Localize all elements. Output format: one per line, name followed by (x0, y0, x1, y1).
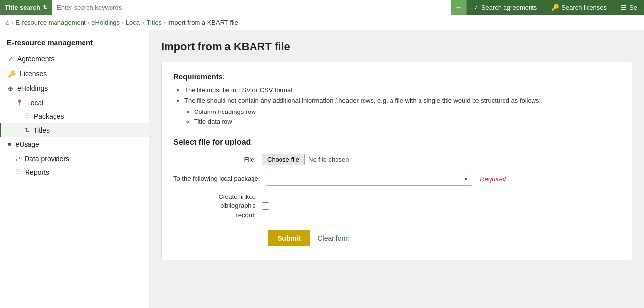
eusage-icon: ≡ (8, 141, 12, 148)
top-nav: Title search ⇅ → ✓ Search agreements 🔑 S… (0, 0, 644, 15)
local-icon: 📍 (16, 99, 23, 106)
form-actions: Submit Clear form (173, 230, 620, 246)
requirements-list: The file must be in TSV or CSV format Th… (173, 85, 620, 127)
breadcrumb-eholdings[interactable]: eHoldings (91, 19, 120, 26)
se-button[interactable]: ☰ Se (614, 0, 644, 15)
page-title: Import from a KBART file (161, 40, 632, 53)
sidebar-item-titles[interactable]: ⇅ Titles (0, 123, 149, 137)
packages-icon: ☰ (25, 113, 30, 120)
breadcrumb-chevron-3: › (122, 20, 124, 26)
data-providers-icon: ⇄ (16, 155, 21, 162)
sidebar-item-licenses[interactable]: 🔑 Licenses (0, 66, 149, 81)
file-control: Choose file No file chosen (262, 154, 349, 165)
requirement-2: The file should not contain any addition… (184, 96, 620, 127)
linked-record-checkbox[interactable] (262, 202, 269, 210)
se-label: Se (629, 4, 637, 11)
linked-record-form-row: Create linked bibliographic record: (173, 193, 620, 220)
choose-file-button[interactable]: Choose file (262, 154, 305, 165)
licenses-key-icon: 🔑 (551, 4, 559, 11)
breadcrumb-chevron-5: › (164, 20, 166, 26)
breadcrumb-current: Import from a KBART file (168, 19, 238, 26)
sidebar-local-label: Local (27, 99, 43, 107)
package-select[interactable] (266, 172, 472, 186)
agreements-check-icon: ✓ (474, 4, 479, 11)
breadcrumb-chevron-2: › (88, 20, 90, 26)
home-icon[interactable]: ⌂ (6, 19, 10, 26)
submit-button[interactable]: Submit (268, 230, 310, 246)
package-form-row: To the following local package: Required (173, 172, 620, 186)
form-card: Requirements: The file must be in TSV or… (161, 62, 632, 260)
sidebar-agreements-label: Agreements (17, 55, 54, 63)
se-icon: ☰ (621, 4, 627, 11)
linked-record-control (262, 202, 269, 210)
search-go-button[interactable]: → (451, 0, 466, 15)
requirement-1: The file must be in TSV or CSV format (184, 85, 620, 96)
file-form-row: File: Choose file No file chosen (173, 154, 620, 165)
search-agreements-button[interactable]: ✓ Search agreements (466, 0, 544, 15)
breadcrumb-chevron-1: › (12, 20, 14, 26)
package-control: Required (266, 172, 506, 186)
requirements-title: Requirements: (173, 72, 620, 81)
subrequirement-1: Column headings row (194, 107, 620, 117)
linked-record-label: Create linked bibliographic record: (173, 193, 262, 220)
select-file-title: Select file for upload: (173, 138, 620, 147)
required-text: Required (480, 175, 506, 183)
sidebar: E-resource management ✓ Agreements 🔑 Lic… (0, 30, 149, 308)
search-licenses-button[interactable]: 🔑 Search licenses (544, 0, 614, 15)
subrequirement-2: Title data row (194, 117, 620, 127)
breadcrumb: ⌂ › E-resource management › eHoldings › … (0, 15, 644, 30)
sidebar-item-agreements[interactable]: ✓ Agreements (0, 52, 149, 66)
eholdings-icon: ⊕ (8, 85, 13, 92)
breadcrumb-local[interactable]: Local (126, 19, 141, 26)
sidebar-item-local[interactable]: 📍 Local (0, 96, 149, 110)
licenses-icon: 🔑 (8, 70, 16, 78)
sidebar-eusage-label: eUsage (16, 140, 39, 148)
linked-record-label-2: bibliographic (173, 201, 256, 210)
requirements-sublist: Column headings row Title data row (184, 107, 620, 128)
breadcrumb-chevron-4: › (143, 20, 145, 26)
agreements-icon: ✓ (8, 56, 13, 63)
sidebar-item-eholdings[interactable]: ⊕ eHoldings (0, 81, 149, 96)
search-licenses-label: Search licenses (561, 4, 607, 11)
layout: E-resource management ✓ Agreements 🔑 Lic… (0, 30, 644, 308)
search-input-wrapper: → (52, 0, 466, 15)
package-select-wrapper (266, 172, 472, 186)
sort-icon: ⇅ (43, 4, 47, 11)
breadcrumb-eresource[interactable]: E-resource management (16, 19, 86, 26)
search-input[interactable] (52, 0, 451, 15)
sidebar-item-packages[interactable]: ☰ Packages (0, 110, 149, 123)
sidebar-item-reports[interactable]: ☰ Reports (0, 166, 149, 179)
titles-icon: ⇅ (25, 127, 29, 134)
sidebar-reports-label: Reports (25, 168, 49, 176)
breadcrumb-titles[interactable]: Titles (147, 19, 162, 26)
go-icon: → (455, 3, 462, 11)
sidebar-data-providers-label: Data providers (25, 155, 69, 163)
title-search-button[interactable]: Title search ⇅ (0, 0, 52, 15)
sidebar-licenses-label: Licenses (20, 70, 47, 78)
search-agreements-label: Search agreements (481, 4, 537, 11)
main-content: Import from a KBART file Requirements: T… (149, 30, 644, 308)
linked-record-label-3: record: (173, 211, 256, 220)
sidebar-titles-label: Titles (33, 126, 50, 134)
linked-record-label-1: Create linked (173, 193, 256, 201)
package-label: To the following local package: (173, 174, 266, 183)
sidebar-item-eusage[interactable]: ≡ eUsage (0, 137, 149, 152)
file-label: File: (173, 155, 262, 164)
sidebar-item-data-providers[interactable]: ⇄ Data providers (0, 152, 149, 166)
title-search-label: Title search (5, 4, 40, 11)
sidebar-eholdings-label: eHoldings (17, 84, 48, 92)
sidebar-section-title: E-resource management (0, 30, 149, 52)
sidebar-packages-label: Packages (34, 112, 64, 120)
reports-icon: ☰ (16, 169, 21, 176)
no-file-text: No file chosen (308, 156, 349, 163)
nav-action-buttons: ✓ Search agreements 🔑 Search licenses ☰ … (466, 0, 644, 15)
clear-form-button[interactable]: Clear form (317, 234, 349, 242)
